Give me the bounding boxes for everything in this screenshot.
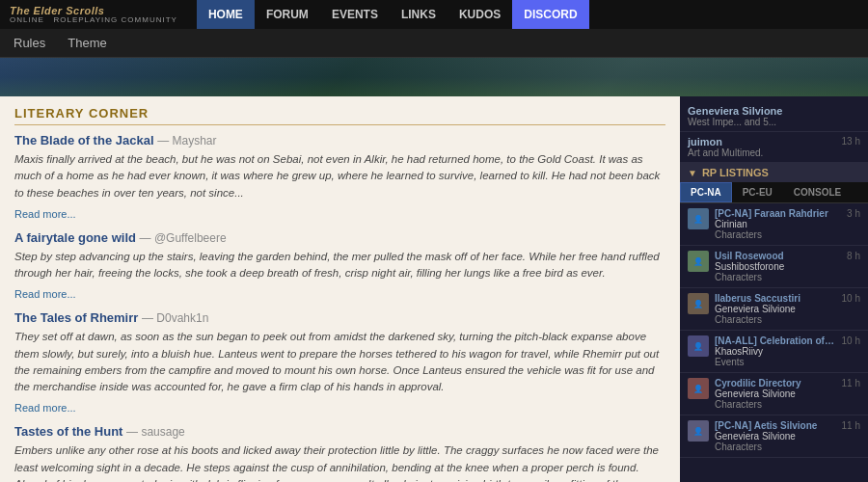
nav-events[interactable]: EVENTS [320,0,390,29]
rp-listings-header: ▼ RP LISTINGS [680,163,868,182]
rp-content-3: [NA-ALL] Celebration of Voices KhaosRiiv… [715,335,836,367]
article-4-text: Embers unlike any other rose at his boot… [14,442,665,482]
rp-content-0: [PC-NA] Faraan Rahdrier Cirinian Charact… [715,208,841,240]
top-nav: The Elder Scrolls Online Roleplaying Com… [0,0,868,29]
rp-type-0: Characters [715,229,841,240]
rp-tag-2: Ilaberus Saccustiri [715,293,836,304]
article-3-title-text: The Tales of Rhemirr [14,310,138,325]
article-1-title-text: The Blade of the Jackal [14,133,154,147]
main-layout: LITERARY CORNER The Blade of the Jackal … [0,96,868,482]
nav-links-item[interactable]: LINKS [390,0,448,29]
article-1-text: Maxis finally arrived at the beach, but … [14,151,665,201]
rp-type-2: Characters [715,314,836,325]
article-1: The Blade of the Jackal — Mayshar Maxis … [14,133,665,221]
sub-nav-theme[interactable]: Theme [64,34,110,52]
rp-time-3: 10 h [842,335,860,346]
sub-nav-rules[interactable]: Rules [10,34,49,52]
rp-item-0[interactable]: 👤 [PC-NA] Faraan Rahdrier Cirinian Chara… [680,203,868,246]
nav-home[interactable]: HOME [197,0,255,29]
banner [0,58,868,96]
rp-tab-pc-eu[interactable]: PC-EU [732,182,783,202]
nav-links: HOME FORUM EVENTS LINKS KUDOS DISCORD [197,0,589,29]
rp-type-3: Events [715,357,836,367]
article-1-author: — Mayshar [157,134,216,147]
article-1-title: The Blade of the Jackal — Mayshar [14,133,665,147]
article-2-title: A fairytale gone wild — @Guffelbeere [14,230,665,245]
article-2-read-more[interactable]: Read more... [14,288,76,300]
article-2-text: Step by step advancing up the stairs, le… [14,249,665,282]
rp-item-4[interactable]: 👤 Cyrodilic Directory Geneviera Silvione… [680,373,868,415]
rp-item-2[interactable]: 👤 Ilaberus Saccustiri Geneviera Silvione… [680,288,868,331]
article-2-author: — @Guffelbeere [140,231,227,245]
rp-type-5: Characters [715,442,836,452]
right-sidebar: Geneviera Silvione West Impe... and 5...… [680,96,868,482]
rp-avatar-3: 👤 [688,335,709,357]
rp-listings-label: RP LISTINGS [702,167,769,178]
rp-name-2: Geneviera Silvione [715,304,836,314]
article-1-read-more[interactable]: Read more... [14,208,76,220]
rp-avatar-0: 👤 [688,208,709,229]
rp-tag-0: [PC-NA] Faraan Rahdrier [715,208,841,219]
rp-time-1: 8 h [847,251,860,261]
article-3-author: — D0vahk1n [142,311,208,325]
rp-item-1[interactable]: 👤 Usil Rosewood Sushibostforone Characte… [680,246,868,288]
logo: The Elder Scrolls Online Roleplaying Com… [10,5,177,25]
rp-tab-console[interactable]: CONSOLE [783,182,852,202]
rp-avatar-1: 👤 [688,251,709,272]
sidebar-user-juimon-time: 13 h [842,136,860,147]
nav-forum[interactable]: FORUM [255,0,320,29]
rp-tag-4: Cyrodilic Directory [715,378,836,388]
article-3-read-more[interactable]: Read more... [14,402,76,414]
rp-tag-1: Usil Rosewood [715,251,841,261]
logo-title: The Elder Scrolls [10,5,177,16]
article-4-title-text: Tastes of the Hunt [14,424,122,439]
rp-tabs: PC-NA PC-EU CONSOLE [680,182,868,203]
rp-item-3[interactable]: 👤 [NA-ALL] Celebration of Voices KhaosRi… [680,331,868,373]
rp-listings-arrow: ▼ [688,168,697,178]
literary-corner-header: LITERARY CORNER [14,106,665,125]
article-4-title: Tastes of the Hunt — sausage [14,424,665,439]
rp-avatar-5: 👤 [688,420,709,442]
rp-content-1: Usil Rosewood Sushibostforone Characters [715,251,841,282]
rp-avatar-2: 👤 [688,293,709,314]
sidebar-user-geneviera: Geneviera Silvione West Impe... and 5... [680,101,868,132]
article-3-title: The Tales of Rhemirr — D0vahk1n [14,310,665,325]
article-4: Tastes of the Hunt — sausage Embers unli… [14,424,665,482]
rp-name-5: Geneviera Silvione [715,431,836,442]
rp-type-4: Characters [715,399,836,410]
sidebar-user-juimon: 13 h juimon Art and Multimed. [680,132,868,163]
rp-type-1: Characters [715,272,841,282]
rp-content-2: Ilaberus Saccustiri Geneviera Silvione C… [715,293,836,325]
rp-tab-pc-na[interactable]: PC-NA [680,182,732,202]
banner-image [0,58,868,96]
article-2: A fairytale gone wild — @Guffelbeere Ste… [14,230,665,302]
rp-time-4: 11 h [842,378,860,388]
rp-name-1: Sushibostforone [715,261,841,272]
article-2-title-text: A fairytale gone wild [14,230,136,245]
rp-name-3: KhaosRiivy [715,346,836,357]
sidebar-user-geneviera-name: Geneviera Silvione [688,105,860,117]
article-3: The Tales of Rhemirr — D0vahk1n They set… [14,310,665,415]
rp-content-5: [PC-NA] Aetis Silvione Geneviera Silvion… [715,420,836,452]
sidebar-user-juimon-name: juimon [688,136,860,147]
logo-subtitle: Online Roleplaying Community [10,16,177,25]
nav-kudos[interactable]: KUDOS [448,0,512,29]
rp-name-0: Cirinian [715,219,841,229]
rp-time-0: 3 h [847,208,860,219]
rp-tag-3: [NA-ALL] Celebration of Voices [715,335,836,346]
rp-tag-5: [PC-NA] Aetis Silvione [715,420,836,431]
left-content: LITERARY CORNER The Blade of the Jackal … [0,96,680,482]
rp-content-4: Cyrodilic Directory Geneviera Silvione C… [715,378,836,410]
sidebar-user-geneviera-sub: West Impe... and 5... [688,117,860,127]
sidebar-user-juimon-sub: Art and Multimed. [688,147,860,158]
rp-time-2: 10 h [842,293,860,304]
article-4-author: — sausage [126,425,185,439]
rp-name-4: Geneviera Silvione [715,388,836,399]
sub-nav: Rules Theme [0,29,868,58]
rp-avatar-4: 👤 [688,378,709,399]
rp-item-5[interactable]: 👤 [PC-NA] Aetis Silvione Geneviera Silvi… [680,415,868,458]
rp-time-5: 11 h [842,420,860,431]
nav-discord[interactable]: DISCORD [512,0,588,29]
article-3-text: They set off at dawn, as soon as the sun… [14,329,665,395]
